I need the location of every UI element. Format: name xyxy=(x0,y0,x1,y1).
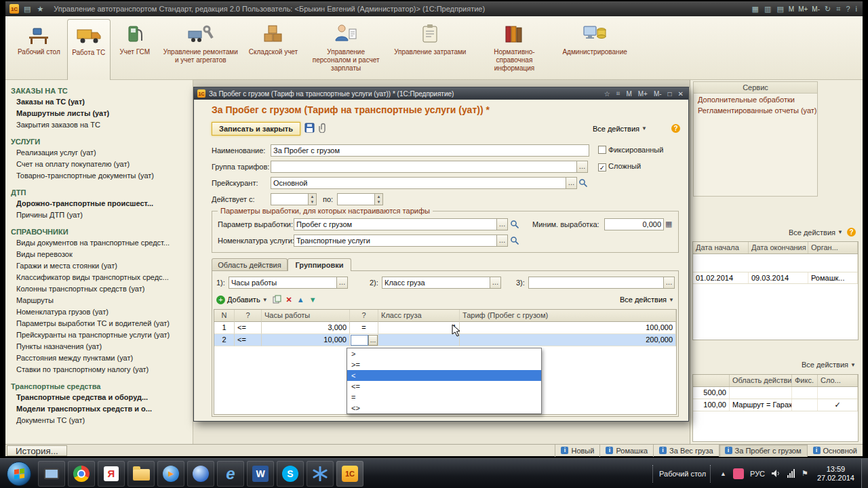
grid-row[interactable]: 1 <= 3,000 = 1 100,000 xyxy=(214,322,676,334)
column-header[interactable]: Орган... xyxy=(808,242,858,253)
start-button[interactable] xyxy=(7,462,31,486)
calendar-icon[interactable]: ▦ xyxy=(751,5,760,14)
valid-to-input[interactable] xyxy=(337,193,375,205)
taskbar-item[interactable]: W xyxy=(247,461,274,487)
grouping3-input[interactable] xyxy=(528,277,664,289)
copy-icon[interactable] xyxy=(273,295,281,305)
column-header[interactable]: Тариф (Пробег с грузом) xyxy=(460,310,676,322)
ribbon-tab-warehouse[interactable]: Складской учет xyxy=(245,19,302,58)
name-input[interactable] xyxy=(271,144,589,157)
show-desktop-button[interactable] xyxy=(861,459,868,488)
ellipsis-picker-button[interactable]: … xyxy=(368,335,378,346)
taskbar-item[interactable]: e xyxy=(217,461,244,487)
sidebar-item[interactable]: Заказы на ТС (уат) xyxy=(5,96,193,108)
table-row[interactable]: 500,00 xyxy=(693,387,858,399)
toolbar-grip[interactable] xyxy=(652,465,655,483)
sidebar-item[interactable]: Счет на оплату покупателю (уат) xyxy=(5,159,193,170)
taskbar-item[interactable] xyxy=(38,461,65,487)
grouping1-input[interactable] xyxy=(229,277,337,289)
sidebar-item[interactable]: Гаражи и места стоянки (уат) xyxy=(5,260,193,272)
star-icon[interactable]: ★ xyxy=(35,5,45,14)
sidebar-item[interactable]: Классификатор виды транспортных средс... xyxy=(5,272,193,283)
toolbar-grip[interactable] xyxy=(710,465,713,483)
fixed-checkbox[interactable]: Фиксированный xyxy=(598,146,663,154)
ellipsis-picker-button[interactable]: … xyxy=(566,177,577,189)
date-spinner[interactable]: ▲▼ xyxy=(309,193,317,205)
sidebar-item[interactable]: Закрытия заказов на ТС xyxy=(5,119,193,131)
calculator-icon[interactable]: ▥ xyxy=(763,5,772,14)
tray-clock[interactable]: 13:59 27.02.2014 xyxy=(817,465,854,483)
menu-grid-icon[interactable]: ▤ xyxy=(22,5,32,14)
sidebar-item[interactable]: Реализация услуг (уат) xyxy=(5,147,193,159)
close-icon[interactable]: ✕ xyxy=(677,90,685,98)
paperclip-icon[interactable] xyxy=(319,123,328,134)
status-link[interactable]: iРомашка xyxy=(599,445,653,457)
column-header[interactable]: Дата окончания xyxy=(749,242,808,253)
status-link[interactable]: iОсновной xyxy=(807,445,863,457)
memory-m-button[interactable]: M xyxy=(788,5,795,13)
notes-icon[interactable]: ▤ xyxy=(775,5,785,14)
ribbon-tab-costs[interactable]: Управление затратами xyxy=(390,19,470,58)
dialog-titlebar[interactable]: 1С За Пробег с грузом (Тариф на транспор… xyxy=(194,87,688,100)
sidebar-item[interactable]: Номенклатура грузов (уат) xyxy=(5,306,193,318)
link-icon[interactable]: ⌗ xyxy=(615,89,622,98)
volume-icon[interactable] xyxy=(771,469,781,478)
sidebar-item[interactable]: Виды перевозок xyxy=(5,249,193,260)
sidebar-item[interactable]: Маршруты xyxy=(5,295,193,306)
delete-icon[interactable]: ✕ xyxy=(286,296,292,304)
ribbon-tab-administration[interactable]: Администрирование xyxy=(558,19,631,58)
refresh-icon[interactable]: ↻ xyxy=(823,5,832,14)
memory-mplus-button[interactable]: M+ xyxy=(797,5,808,13)
tray-expand-icon[interactable]: ▲ xyxy=(720,470,726,477)
sidebar-item[interactable]: Документы ТС (уат) xyxy=(5,415,193,426)
sidebar-item[interactable]: Транспортные средства и оборуд... xyxy=(5,392,193,403)
ellipsis-picker-button[interactable]: … xyxy=(337,277,348,289)
all-actions-button[interactable]: Все действия▼ xyxy=(789,228,843,237)
column-header[interactable]: Область действия xyxy=(730,375,792,386)
taskbar-item[interactable]: Я xyxy=(98,461,125,487)
sidebar-item[interactable]: Ставки по транспортному налогу (уат) xyxy=(5,364,193,375)
taskbar-item[interactable] xyxy=(68,461,95,487)
column-header[interactable]: ? xyxy=(350,310,378,322)
calculator-icon[interactable]: ▦ xyxy=(665,220,672,228)
all-actions-button[interactable]: Все действия▼ xyxy=(802,361,856,369)
tab-scope[interactable]: Область действия xyxy=(212,258,288,271)
taskbar-item[interactable]: ▶ xyxy=(157,461,184,487)
service-item[interactable]: Регламентированные отчеты (уат) xyxy=(694,104,817,115)
output-param-input[interactable] xyxy=(294,218,497,230)
ellipsis-picker-button[interactable]: … xyxy=(497,218,508,230)
help-icon[interactable]: ? xyxy=(671,124,680,133)
pricelist-input[interactable] xyxy=(271,177,566,189)
column-header[interactable]: ? xyxy=(235,310,262,322)
language-indicator[interactable]: РУС xyxy=(750,470,765,478)
link-icon[interactable]: ⌗ xyxy=(835,5,842,14)
column-header[interactable]: N xyxy=(214,310,235,322)
sidebar-item[interactable]: Расстояния между пунктами (уат) xyxy=(5,352,193,364)
taskbar-item[interactable] xyxy=(127,461,155,487)
ellipsis-picker-button[interactable]: … xyxy=(490,277,501,289)
history-button[interactable]: История... xyxy=(7,445,67,456)
complex-checkbox[interactable]: ✓ Сложный xyxy=(598,162,641,171)
dropdown-option[interactable]: >= xyxy=(347,359,541,370)
service-nomenclature-input[interactable] xyxy=(294,235,497,247)
magnifier-icon[interactable] xyxy=(578,178,588,189)
help-icon[interactable]: ? xyxy=(847,228,856,237)
dropdown-option[interactable]: <> xyxy=(347,403,541,413)
valid-from-input[interactable] xyxy=(271,193,309,205)
dropdown-option-selected[interactable]: < xyxy=(347,370,541,381)
tray-app-icon[interactable] xyxy=(733,468,744,479)
taskbar-item[interactable] xyxy=(307,461,334,487)
taskbar-item-active[interactable]: 1С xyxy=(336,461,363,487)
add-row-button[interactable]: +Добавить▼ xyxy=(216,296,268,304)
sidebar-item[interactable]: Товарно-транспортные документы (уат) xyxy=(5,170,193,182)
column-header[interactable]: Класс груза xyxy=(378,310,460,322)
column-header[interactable]: Фикс. xyxy=(792,375,818,386)
column-header-blank[interactable] xyxy=(693,375,730,386)
column-header[interactable]: Часы работы xyxy=(262,310,350,322)
grouping2-input[interactable] xyxy=(382,277,490,289)
status-link-active[interactable]: iЗа Пробег с грузом xyxy=(719,445,807,457)
column-header[interactable]: Дата начала xyxy=(693,242,749,253)
tariff-group-input[interactable] xyxy=(271,161,577,173)
memory-mminus-button[interactable]: M- xyxy=(811,5,821,13)
sidebar-item[interactable]: Дорожно-транспортные происшест... xyxy=(5,198,193,209)
